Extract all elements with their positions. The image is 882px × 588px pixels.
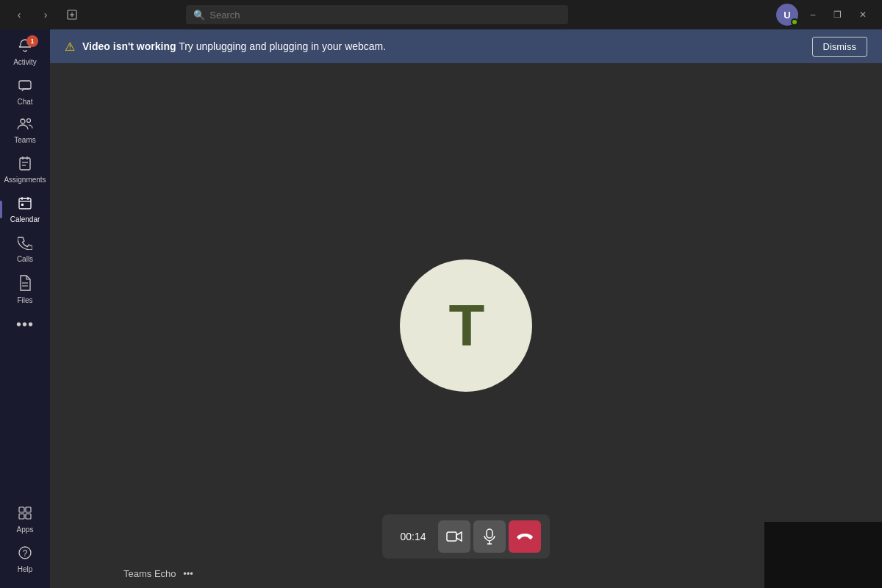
calls-icon: [18, 235, 32, 254]
back-button[interactable]: ‹: [9, 4, 29, 25]
sidebar-item-calls[interactable]: Calls: [0, 229, 50, 269]
caller-more[interactable]: •••: [183, 568, 193, 579]
minimize-button[interactable]: –: [803, 4, 823, 25]
sidebar-item-assignments-label: Assignments: [4, 176, 46, 184]
hangup-button[interactable]: [509, 520, 541, 553]
svg-rect-17: [26, 514, 31, 519]
nav-controls: ‹ ›: [9, 4, 82, 25]
search-bar[interactable]: 🔍: [186, 5, 568, 24]
warning-banner: ⚠ Video isn't working Try unplugging and…: [50, 29, 882, 63]
svg-rect-9: [19, 198, 31, 209]
svg-rect-14: [19, 507, 24, 512]
svg-rect-15: [26, 507, 31, 512]
warning-bold: Video isn't working: [82, 40, 176, 52]
sidebar-item-chat[interactable]: Chat: [0, 72, 50, 112]
assignments-icon: [18, 156, 32, 174]
svg-rect-3: [19, 81, 31, 89]
sidebar-item-activity[interactable]: 1 Activity: [0, 32, 50, 72]
chat-icon: [18, 78, 32, 96]
avatar-initials: U: [784, 10, 790, 21]
sidebar-bottom: Apps ? Help: [17, 500, 34, 588]
sidebar-item-assignments[interactable]: Assignments: [0, 150, 50, 190]
more-icon: •••: [16, 316, 34, 333]
camera-button[interactable]: [438, 520, 470, 553]
title-bar: ‹ › 🔍 U – ❒ ✕: [0, 0, 882, 29]
caller-avatar: T: [400, 259, 532, 392]
warning-text: Video isn't working Try unplugging and p…: [82, 40, 805, 52]
search-icon: 🔍: [193, 10, 205, 21]
sidebar-item-teams-label: Teams: [14, 136, 35, 144]
sidebar-item-chat-label: Chat: [17, 98, 32, 106]
video-area: T: [50, 63, 882, 588]
sidebar-item-apps-label: Apps: [17, 526, 34, 534]
close-button[interactable]: ✕: [853, 4, 873, 25]
sidebar-item-activity-label: Activity: [13, 58, 37, 66]
sidebar-item-calendar-label: Calendar: [10, 215, 40, 223]
mic-button[interactable]: [473, 520, 506, 553]
restore-button[interactable]: ❒: [828, 4, 848, 25]
warning-body-text: Try unplugging and plugging in your webc…: [179, 40, 386, 52]
help-icon: ?: [18, 545, 32, 564]
sidebar-item-more[interactable]: •••: [0, 310, 50, 340]
call-timer: 00:14: [391, 528, 435, 545]
apps-icon: [18, 506, 32, 524]
sidebar-item-files-label: Files: [17, 296, 32, 304]
search-input[interactable]: [209, 10, 561, 21]
call-area: ⚠ Video isn't working Try unplugging and…: [50, 29, 882, 588]
files-icon: [18, 275, 32, 295]
teams-icon: [17, 118, 33, 135]
svg-point-5: [27, 119, 31, 123]
dismiss-button[interactable]: Dismiss: [812, 37, 868, 57]
video-preview: [764, 522, 882, 588]
svg-text:?: ?: [23, 548, 28, 559]
sidebar-item-help[interactable]: ? Help: [17, 539, 34, 579]
svg-rect-20: [447, 532, 456, 541]
sidebar-item-help-label: Help: [18, 565, 33, 573]
svg-point-4: [21, 119, 25, 123]
window-controls: U – ❒ ✕: [776, 4, 873, 26]
compose-button[interactable]: [62, 4, 82, 25]
sidebar-item-files[interactable]: Files: [0, 269, 50, 310]
svg-rect-16: [19, 514, 24, 519]
activity-badge: 1: [26, 35, 38, 47]
svg-rect-6: [20, 158, 30, 170]
sidebar: 1 Activity Chat Teams: [0, 29, 50, 588]
svg-rect-11: [21, 204, 24, 206]
warning-icon: ⚠: [65, 40, 75, 54]
sidebar-item-teams[interactable]: Teams: [0, 112, 50, 150]
caller-name: Teams Echo: [123, 568, 176, 579]
calendar-icon: [18, 196, 32, 214]
svg-rect-21: [487, 529, 492, 538]
avatar[interactable]: U: [776, 4, 798, 26]
call-controls: 00:14: [382, 514, 550, 559]
activity-icon: 1: [18, 38, 32, 57]
sidebar-item-calendar[interactable]: Calendar: [0, 190, 50, 229]
forward-button[interactable]: ›: [35, 4, 56, 25]
sidebar-item-apps[interactable]: Apps: [17, 500, 34, 539]
sidebar-item-calls-label: Calls: [17, 255, 33, 263]
caller-avatar-letter: T: [449, 292, 484, 359]
online-indicator: [791, 18, 798, 26]
main-content: 1 Activity Chat Teams: [0, 29, 882, 588]
caller-info: Teams Echo •••: [123, 568, 193, 579]
